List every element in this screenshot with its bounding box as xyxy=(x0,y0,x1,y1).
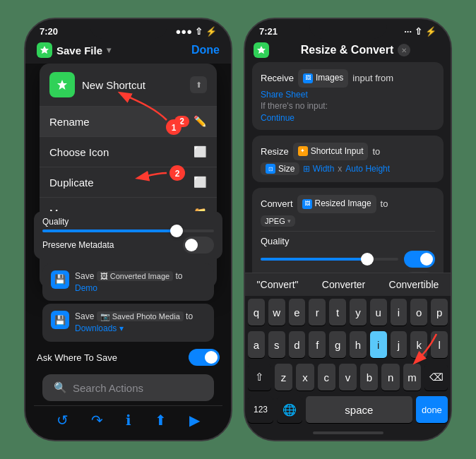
tab-redo[interactable]: ↷ xyxy=(91,412,103,429)
size-label: Size xyxy=(278,164,294,174)
key-r[interactable]: r xyxy=(309,299,326,326)
clear-title-button[interactable]: ✕ xyxy=(398,44,410,56)
wifi-1: ⇧ xyxy=(195,26,203,37)
duplicate-label: Duplicate xyxy=(49,177,94,189)
quality-label-2: Quality xyxy=(261,236,435,246)
key-space[interactable]: space xyxy=(306,396,412,423)
save-label-2: Save xyxy=(75,311,97,321)
key-a[interactable]: a xyxy=(248,331,265,358)
key-q[interactable]: q xyxy=(248,299,265,326)
choose-icon-icon: ⬜ xyxy=(194,145,207,158)
phone-1: 7:20 ●●● ⇧ ⚡ Save File ▾ Done xyxy=(24,18,232,441)
key-i[interactable]: i xyxy=(391,299,407,326)
key-l[interactable]: l xyxy=(431,331,448,358)
size-tag[interactable]: ⊡ Size xyxy=(261,162,299,175)
done-button[interactable]: Done xyxy=(191,44,220,56)
key-o[interactable]: o xyxy=(410,299,427,326)
to-label-2: to xyxy=(186,311,193,321)
key-globe[interactable]: 🌐 xyxy=(277,396,302,423)
quality-label-1: Quality xyxy=(42,217,214,227)
key-g[interactable]: g xyxy=(329,331,346,358)
receive-keyword: Receive xyxy=(261,70,294,86)
tab-bar-1: ↺ ↷ ℹ ⬆ ▶ xyxy=(34,405,222,440)
save-converted-icon: 💾 xyxy=(51,270,69,289)
quality-toggle[interactable] xyxy=(404,251,435,268)
tab-info[interactable]: ℹ xyxy=(126,412,131,429)
ask-where-toggle[interactable] xyxy=(189,349,220,366)
kb-row-1: q w e r t y u i o p xyxy=(245,296,451,328)
images-tag-icon: 🖼 xyxy=(303,73,313,83)
preserve-toggle-2[interactable] xyxy=(404,272,435,273)
save-label-1: Save xyxy=(75,271,97,281)
home-indicator-2 xyxy=(313,431,383,434)
images-label: Images xyxy=(316,71,343,86)
resize-action-card: Resize ✦ Shortcut Input to ⊡ Size ⊞ Widt… xyxy=(252,136,444,183)
save-photo-icon: 💾 xyxy=(51,311,69,329)
phone-1-notch xyxy=(90,19,167,39)
tab-share[interactable]: ⬆ xyxy=(155,412,167,429)
phone1-header: Save File ▾ Done xyxy=(25,40,231,64)
key-u[interactable]: u xyxy=(370,299,387,326)
quality-thumb[interactable] xyxy=(361,253,374,266)
key-h[interactable]: h xyxy=(350,331,367,358)
key-x[interactable]: x xyxy=(296,364,314,391)
key-s[interactable]: s xyxy=(268,331,285,358)
tab-play[interactable]: ▶ xyxy=(189,412,200,429)
jpeg-chevron: ▾ xyxy=(287,217,291,225)
key-c[interactable]: c xyxy=(318,364,335,391)
duplicate-item[interactable]: Duplicate ⬜ xyxy=(40,167,217,198)
size-icon: ⊡ xyxy=(266,164,275,174)
tab-undo[interactable]: ↺ xyxy=(56,412,69,429)
key-e[interactable]: e xyxy=(289,299,306,326)
key-j[interactable]: j xyxy=(391,331,407,358)
new-shortcut-icon xyxy=(49,72,75,97)
search-icon-1: 🔍 xyxy=(54,381,67,394)
key-numbers[interactable]: 123 xyxy=(248,396,273,423)
preserve-toggle-1[interactable] xyxy=(183,237,214,254)
downloads-label: Downloads ▾ xyxy=(75,323,124,333)
key-w[interactable]: w xyxy=(268,299,285,326)
kb-row-3: ⇧ z x c v b n m ⌫ xyxy=(245,361,451,393)
autocorrect-3[interactable]: Convertible xyxy=(381,279,448,290)
phone-2-notch xyxy=(309,19,387,39)
kb-row-4: 123 🌐 space done xyxy=(245,393,451,426)
choose-icon-item[interactable]: Choose Icon ⬜ xyxy=(40,137,217,167)
key-t[interactable]: t xyxy=(329,299,346,326)
jpeg-pill[interactable]: JPEG ▾ xyxy=(261,215,295,227)
key-shift[interactable]: ⇧ xyxy=(248,364,271,391)
key-y[interactable]: y xyxy=(350,299,367,326)
key-p[interactable]: p xyxy=(431,299,448,326)
key-f[interactable]: f xyxy=(309,331,326,358)
pencil-icon: ✏️ xyxy=(194,115,207,128)
convert-action-card: Convert 🖼 Resized Image to JPEG ▾ Qualit… xyxy=(252,188,444,273)
autocorrect-1[interactable]: "Convert" xyxy=(249,279,307,290)
key-d[interactable]: d xyxy=(289,331,306,358)
key-z[interactable]: z xyxy=(275,364,292,391)
autocorrect-2[interactable]: Converter xyxy=(314,279,374,290)
home-bar-2 xyxy=(245,426,451,440)
rename-item[interactable]: Rename 2 ✏️ xyxy=(40,107,217,137)
width-label: ⊞ Width xyxy=(303,164,334,174)
kb-row-2: a s d f g h i j k l xyxy=(245,328,451,361)
key-delete[interactable]: ⌫ xyxy=(424,364,448,391)
key-v[interactable]: v xyxy=(339,364,357,391)
receive-action-card: Receive 🖼 Images input from Share Sheet … xyxy=(252,62,444,130)
save-file-title: Save File ▾ xyxy=(37,42,111,58)
x-separator: x xyxy=(338,164,342,174)
key-k[interactable]: k xyxy=(410,331,427,358)
resized-image-label: Resized Image xyxy=(315,196,371,212)
save-file-label: Save File xyxy=(56,44,102,56)
key-done[interactable]: done xyxy=(416,396,448,423)
key-i-highlighted[interactable]: i xyxy=(370,331,387,358)
search-bar-1[interactable]: 🔍 Search Actions xyxy=(42,374,214,401)
shortcut-input-tag[interactable]: ✦ Shortcut Input xyxy=(293,143,369,161)
to-label-1: to xyxy=(175,271,182,281)
ask-where-row: Ask Where To Save xyxy=(34,345,222,370)
signal-2: ··· xyxy=(404,26,412,37)
images-tag[interactable]: 🖼 Images xyxy=(298,69,348,88)
key-b[interactable]: b xyxy=(360,364,378,391)
input-from-text: input from xyxy=(352,70,393,86)
resized-image-tag[interactable]: 🖼 Resized Image xyxy=(297,195,376,213)
key-m[interactable]: m xyxy=(403,364,421,391)
key-n[interactable]: n xyxy=(381,364,399,391)
